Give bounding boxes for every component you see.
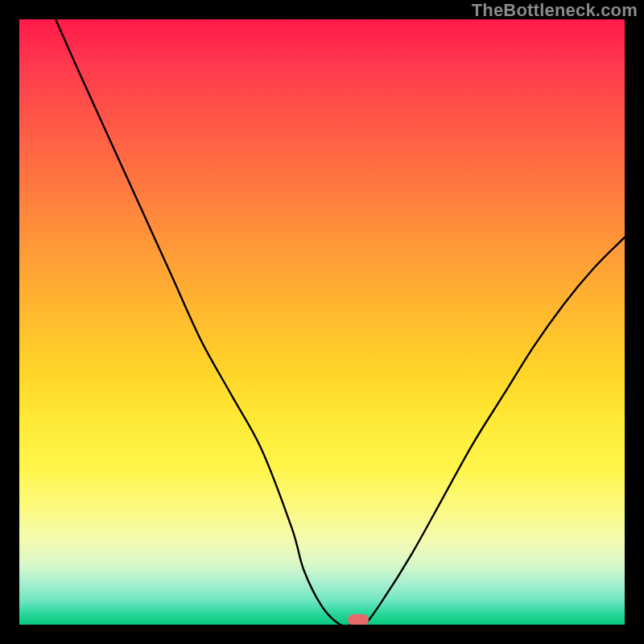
line-curve bbox=[19, 19, 625, 625]
chart-frame: TheBottleneck.com bbox=[0, 0, 644, 644]
watermark-text: TheBottleneck.com bbox=[472, 0, 638, 21]
plot-area bbox=[19, 19, 625, 625]
optimum-marker bbox=[348, 614, 369, 625]
